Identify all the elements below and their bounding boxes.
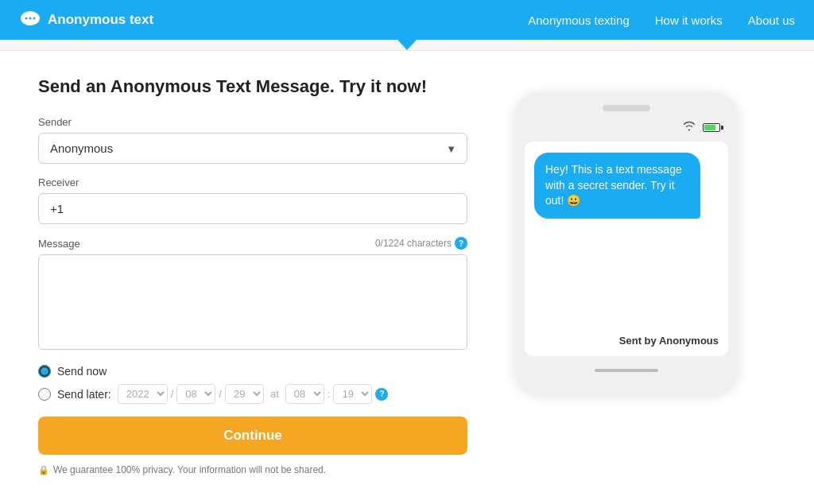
- nav-link-how-it-works[interactable]: How it works: [655, 14, 723, 27]
- privacy-text: We guarantee 100% privacy. Your informat…: [53, 464, 326, 475]
- navbar: Anonymous text Anonymous texting How it …: [0, 0, 814, 40]
- lock-icon: 🔒: [38, 465, 49, 475]
- phone-speaker: [603, 105, 650, 111]
- message-textarea[interactable]: [38, 254, 467, 350]
- phone-screen: Hey! This is a text message with a secre…: [525, 142, 728, 356]
- receiver-input[interactable]: [38, 193, 467, 224]
- send-now-label[interactable]: Send now: [57, 365, 107, 378]
- char-count-wrap: 0/1224 characters ?: [375, 237, 467, 250]
- send-later-controls: 2022 / 08 / 29 at 08 : 1: [118, 384, 389, 404]
- at-label: at: [270, 388, 279, 400]
- wifi-icon: [682, 121, 696, 134]
- message-header: Message 0/1224 characters ?: [38, 237, 467, 250]
- svg-point-3: [29, 17, 32, 20]
- page-title: Send an Anonymous Text Message. Try it n…: [38, 76, 467, 97]
- char-count: 0/1224 characters: [375, 238, 452, 249]
- send-later-help-icon[interactable]: ?: [375, 388, 388, 401]
- svg-point-2: [25, 17, 28, 20]
- nav-links: Anonymous texting How it works About us: [528, 14, 795, 27]
- continue-button[interactable]: Continue: [38, 417, 467, 455]
- nav-link-about-us[interactable]: About us: [748, 14, 795, 27]
- send-later-radio[interactable]: [38, 388, 51, 401]
- nav-link-anonymous-texting[interactable]: Anonymous texting: [528, 14, 630, 27]
- phone-home-area: [525, 362, 728, 378]
- home-indicator: [595, 369, 658, 372]
- left-panel: Send an Anonymous Text Message. Try it n…: [38, 76, 467, 475]
- send-options: Send now Send later: 2022 / 08 / 29: [38, 365, 467, 404]
- hour-select[interactable]: 08: [285, 384, 324, 404]
- privacy-note: 🔒 We guarantee 100% privacy. Your inform…: [38, 464, 467, 475]
- year-select[interactable]: 2022: [118, 384, 168, 404]
- phone-mockup: Hey! This is a text message with a secre…: [515, 92, 738, 394]
- battery-icon: [703, 123, 723, 132]
- brand-label: Anonymous text: [48, 12, 153, 28]
- chat-bubble: Hey! This is a text message with a secre…: [534, 153, 700, 219]
- message-group: Message 0/1224 characters ?: [38, 237, 467, 352]
- send-later-label[interactable]: Send later:: [57, 388, 111, 401]
- nav-arrow-wrap: [0, 40, 814, 51]
- send-later-row: Send later: 2022 / 08 / 29 at 08: [38, 384, 467, 404]
- brand: Anonymous text: [19, 9, 528, 31]
- send-now-radio[interactable]: [38, 365, 51, 378]
- day-select[interactable]: 29: [225, 384, 264, 404]
- svg-point-4: [33, 17, 36, 20]
- main-content: Send an Anonymous Text Message. Try it n…: [0, 51, 814, 494]
- colon: :: [328, 388, 331, 400]
- sender-group: Sender Anonymous ▼: [38, 116, 467, 164]
- receiver-group: Receiver: [38, 176, 467, 224]
- phone-status-bar: [525, 121, 728, 134]
- slash-2: /: [219, 388, 222, 400]
- sender-select[interactable]: Anonymous: [38, 133, 467, 164]
- month-select[interactable]: 08: [176, 384, 215, 404]
- send-now-row: Send now: [38, 365, 467, 378]
- sent-by: Sent by Anonymous: [534, 335, 719, 347]
- right-panel: Hey! This is a text message with a secre…: [499, 76, 754, 475]
- sender-select-wrap: Anonymous ▼: [38, 133, 467, 164]
- sender-label: Sender: [38, 116, 467, 128]
- chat-bubble-icon: [19, 9, 41, 31]
- slash-1: /: [171, 388, 174, 400]
- receiver-label: Receiver: [38, 176, 467, 188]
- nav-arrow: [397, 40, 417, 50]
- help-icon[interactable]: ?: [455, 237, 467, 250]
- message-label: Message: [38, 238, 80, 250]
- minute-select[interactable]: 19: [333, 384, 372, 404]
